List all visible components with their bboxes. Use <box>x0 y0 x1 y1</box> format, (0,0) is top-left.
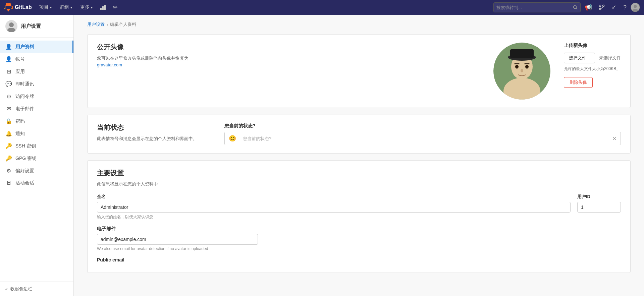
main-settings-description: 此信息将显示在您的个人资料中 <box>97 181 204 187</box>
breadcrumb-home[interactable]: 用户设置 <box>87 21 105 27</box>
search-bar[interactable] <box>493 2 581 12</box>
svg-point-5 <box>599 5 601 7</box>
sidebar-label-preferences: 偏好设置 <box>15 168 34 174</box>
sidebar-label-profile: 用户资料 <box>15 44 34 50</box>
logo[interactable]: GitLab <box>4 3 32 12</box>
avatar-desc-text: 您可以在这里修改头像或删除当前头像并恢复为 gravatar.com <box>97 55 480 68</box>
sidebar-label-email: 电子邮件 <box>15 106 34 112</box>
sidebar-label-gpg: GPG 密钥 <box>15 156 37 162</box>
preferences-icon: ⚙ <box>5 168 12 174</box>
sessions-icon: 🖥 <box>5 180 12 186</box>
sidebar-collapse[interactable]: « 收起侧边栏 <box>0 282 73 296</box>
user-avatar-nav[interactable] <box>631 3 640 12</box>
merge-request-icon[interactable] <box>596 3 607 12</box>
user-id-field: 用户ID <box>577 194 621 213</box>
help-icon[interactable]: ? <box>621 3 629 12</box>
check-icon[interactable]: ✓ <box>609 2 619 12</box>
sidebar: 用户设置 👤 用户资料 👤 帐号 ⊞ 应用 💬 即时通讯 ⊙ 访问令牌 ✉ 电子… <box>0 15 74 296</box>
tokens-icon: ⊙ <box>5 93 12 100</box>
main-settings-title: 主要设置 <box>97 169 204 178</box>
svg-point-10 <box>633 9 638 12</box>
status-description: 此表情符号和消息会显示在您的个人资料和界面中。 <box>97 135 204 142</box>
name-id-row: 全名 输入您的姓名，以便大家认识您 用户ID <box>97 194 621 220</box>
avatar-description: 公开头像 您可以在这里修改头像或删除当前头像并恢复为 gravatar.com <box>97 43 480 68</box>
svg-rect-1 <box>102 6 104 10</box>
sidebar-header: 用户设置 <box>0 20 73 38</box>
choose-file-button[interactable]: 选择文件... <box>564 53 595 63</box>
nav-groups[interactable]: 群组 ▾ <box>56 3 75 12</box>
sidebar-label-tokens: 访问令牌 <box>15 94 34 100</box>
chat-icon: 💬 <box>5 81 12 87</box>
sidebar-item-ssh[interactable]: 🔑 SSH 密钥 <box>0 140 73 152</box>
delete-avatar-button[interactable]: 删除头像 <box>564 77 593 88</box>
gpg-icon: 🔑 <box>5 155 12 162</box>
sidebar-item-tokens[interactable]: ⊙ 访问令牌 <box>0 90 73 103</box>
breadcrumb: 用户设置 › 编辑个人资料 <box>87 21 631 27</box>
full-name-field: 全名 输入您的姓名，以便大家认识您 <box>97 194 571 220</box>
svg-point-9 <box>634 5 637 8</box>
sidebar-item-notifications[interactable]: 🔔 通知 <box>0 127 73 140</box>
sidebar-title: 用户设置 <box>21 23 41 29</box>
sidebar-avatar <box>5 20 17 32</box>
no-file-label: 未选择文件 <box>599 55 621 61</box>
account-icon: 👤 <box>5 56 12 62</box>
status-section: 当前状态 此表情符号和消息会显示在您的个人资料和界面中。 您当前的状态? 😊 ✕ <box>87 115 631 154</box>
svg-point-22 <box>521 69 523 72</box>
sidebar-item-preferences[interactable]: ⚙ 偏好设置 <box>0 165 73 177</box>
sidebar-item-account[interactable]: 👤 帐号 <box>0 53 73 65</box>
full-name-input[interactable] <box>97 202 571 213</box>
nav-more[interactable]: 更多 ▾ <box>77 3 96 12</box>
apps-icon: ⊞ <box>5 68 12 75</box>
sidebar-item-password[interactable]: 🔒 密码 <box>0 115 73 127</box>
sidebar-item-gpg[interactable]: 🔑 GPG 密钥 <box>0 152 73 165</box>
sidebar-label-password: 密码 <box>15 118 25 124</box>
avatar-section: 公开头像 您可以在这里修改头像或删除当前头像并恢复为 gravatar.com <box>87 34 631 108</box>
status-clear-button[interactable]: ✕ <box>608 133 621 144</box>
sidebar-label-sessions: 活动会话 <box>15 180 34 186</box>
nav-projects[interactable]: 项目 ▾ <box>36 3 55 12</box>
sidebar-item-chat[interactable]: 💬 即时通讯 <box>0 78 73 90</box>
email-icon: ✉ <box>5 106 12 112</box>
more-caret: ▾ <box>91 6 93 9</box>
avatar-upload-area: 上传新头像 选择文件... 未选择文件 允许的最大文件大小为200KB。 删除头… <box>564 43 621 88</box>
ssh-icon: 🔑 <box>5 143 12 149</box>
svg-point-12 <box>7 28 15 32</box>
sidebar-item-email[interactable]: ✉ 电子邮件 <box>0 103 73 115</box>
breadcrumb-separator: › <box>107 22 108 27</box>
main-content: 用户设置 › 编辑个人资料 公开头像 您可以在这里修改头像或删除当前头像并恢复为… <box>74 15 644 296</box>
groups-caret: ▾ <box>70 6 72 9</box>
password-icon: 🔒 <box>5 118 12 124</box>
brand-name: GitLab <box>15 4 32 10</box>
upload-title: 上传新头像 <box>564 43 621 49</box>
full-name-label: 全名 <box>97 194 571 200</box>
svg-point-21 <box>525 65 529 69</box>
sidebar-label-collapse: 收起侧边栏 <box>10 286 32 292</box>
email-hint: We also use email for avatar detection i… <box>97 246 621 251</box>
svg-point-6 <box>602 5 604 7</box>
svg-point-20 <box>515 65 519 69</box>
sidebar-label-apps: 应用 <box>15 69 25 75</box>
notifications-icon: 🔔 <box>5 130 12 137</box>
pencil-icon[interactable]: ✏ <box>110 2 120 12</box>
sidebar-label-account: 帐号 <box>15 56 25 62</box>
sidebar-item-profile[interactable]: 👤 用户资料 <box>0 41 73 53</box>
sidebar-item-sessions[interactable]: 🖥 活动会话 <box>0 177 73 189</box>
svg-point-11 <box>9 22 14 27</box>
email-label: 电子邮件 <box>97 226 621 232</box>
broadcast-icon[interactable]: 📢 <box>582 2 595 12</box>
status-input[interactable] <box>240 133 608 144</box>
status-title: 当前状态 <box>97 123 204 132</box>
status-emoji-picker[interactable]: 😊 <box>225 132 240 145</box>
svg-rect-0 <box>100 8 102 10</box>
sidebar-label-ssh: SSH 密钥 <box>15 143 36 149</box>
sidebar-item-apps[interactable]: ⊞ 应用 <box>0 65 73 78</box>
email-input[interactable] <box>97 234 258 245</box>
user-id-input[interactable] <box>577 202 621 213</box>
chart-icon[interactable] <box>97 3 109 12</box>
svg-rect-18 <box>514 63 520 64</box>
search-input[interactable] <box>496 5 571 10</box>
svg-point-3 <box>573 6 576 9</box>
gravatar-link[interactable]: gravatar.com <box>97 62 122 67</box>
user-avatar-main <box>493 43 550 100</box>
svg-rect-17 <box>510 49 534 58</box>
